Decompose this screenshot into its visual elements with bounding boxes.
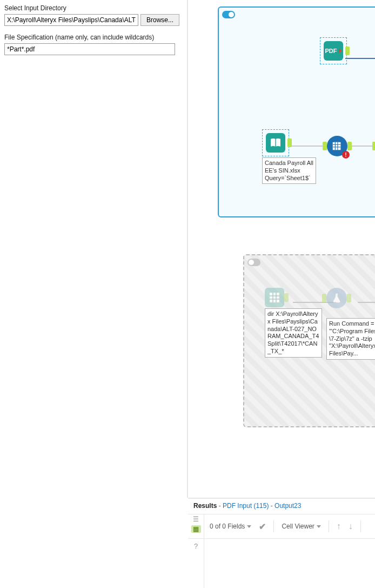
container-toggle-on[interactable] — [222, 11, 235, 18]
results-body: ? — [188, 538, 375, 588]
input-anchor[interactable] — [372, 142, 375, 150]
caret-down-icon — [247, 525, 251, 528]
separator — [360, 520, 361, 532]
results-grid-empty — [204, 539, 375, 588]
spreadsheet-icon — [268, 291, 281, 304]
apply-check-icon[interactable]: ✔ — [259, 521, 266, 532]
select-dir-row: Browse... — [4, 14, 183, 26]
separator — [273, 520, 274, 532]
cell-viewer-label: Cell Viewer — [282, 523, 314, 530]
arrow-down-icon[interactable]: ↓ — [349, 521, 353, 531]
tool-container-disabled[interactable]: dir X:\Payroll\Alteryx Files\Payslips\Ca… — [243, 254, 375, 427]
separator — [329, 520, 329, 532]
caret-down-icon — [317, 525, 321, 528]
results-toolbar: ☰ ▦ 0 of 0 Fields ✔ Cell Viewer ↑ ↓ — [188, 514, 375, 538]
input-anchor[interactable] — [322, 294, 326, 302]
book-icon — [269, 136, 282, 149]
selection-outline — [262, 129, 289, 156]
tool-annotation: Run Command = '"C:\Program Files\7-Zip\7… — [326, 318, 375, 360]
results-title: Results — [193, 502, 217, 510]
output-anchor[interactable] — [345, 47, 350, 55]
grid-sparkle-icon — [331, 140, 343, 152]
browse-button[interactable]: Browse... — [140, 14, 179, 26]
tool-annotation: dir X:\Payroll\Alteryx Files\Payslips\Ca… — [265, 308, 322, 358]
directory-tool[interactable]: dir X:\Payroll\Alteryx Files\Payslips\Ca… — [265, 288, 322, 358]
connector — [345, 58, 375, 59]
output-anchor[interactable] — [347, 294, 351, 302]
run-command-tool[interactable]: Run Command = '"C:\Program Files\7-Zip\7… — [326, 288, 375, 360]
arrow-right-icon — [339, 49, 342, 53]
pdf-icon: PDF — [325, 48, 337, 54]
svg-rect-14 — [270, 293, 279, 302]
directory-input[interactable] — [4, 14, 138, 26]
selection-outline: PDF — [320, 37, 347, 64]
workflow-canvas[interactable]: PDF — [188, 0, 375, 498]
error-badge: ! — [342, 151, 350, 158]
output-anchor[interactable] — [284, 293, 289, 302]
input-data-tool[interactable]: Canada Payroll All EE's SIN.xlsx Query=`… — [262, 129, 316, 184]
tool-annotation: Canada Payroll All EE's SIN.xlsx Query=`… — [262, 157, 316, 184]
fields-dropdown[interactable]: 0 of 0 Fields — [210, 523, 251, 530]
connector — [349, 146, 375, 147]
file-spec-label: File Specification (name only, can inclu… — [4, 34, 183, 41]
config-panel: Select Input Directory Browse... File Sp… — [0, 0, 187, 588]
results-side-icons: ☰ ▦ — [188, 514, 204, 538]
pdf-input-tool[interactable]: PDF — [320, 37, 347, 64]
results-subtitle: - PDF Input (115) - Output23 — [217, 502, 301, 510]
fields-label: 0 of 0 Fields — [210, 523, 245, 530]
svg-rect-7 — [333, 142, 341, 150]
help-icon[interactable]: ? — [188, 539, 204, 588]
input-anchor[interactable] — [323, 142, 327, 150]
flask-icon — [331, 292, 343, 304]
container-toggle-off[interactable] — [247, 259, 260, 266]
results-pane: Results - PDF Input (115) - Output23 ☰ ▦… — [188, 498, 375, 588]
results-header: Results - PDF Input (115) - Output23 — [188, 499, 375, 514]
list-icon[interactable]: ☰ — [191, 516, 201, 523]
output-anchor[interactable] — [347, 142, 352, 150]
table-icon[interactable]: ▦ — [191, 525, 201, 533]
tool-container-enabled[interactable]: PDF — [218, 6, 375, 217]
output-anchor[interactable] — [287, 138, 292, 147]
arrow-up-icon[interactable]: ↑ — [337, 521, 341, 531]
select-dir-label: Select Input Directory — [4, 4, 183, 12]
cell-viewer-dropdown[interactable]: Cell Viewer — [282, 523, 320, 530]
file-spec-input[interactable] — [4, 43, 175, 55]
join-tool[interactable]: ! — [327, 136, 347, 156]
